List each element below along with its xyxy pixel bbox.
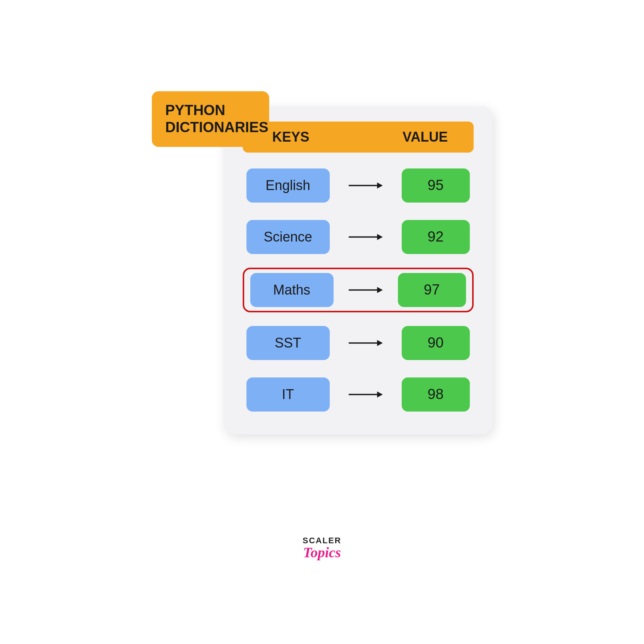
svg-marker-7 <box>377 340 383 346</box>
key-science: Science <box>246 220 330 254</box>
value-it: 98 <box>402 377 470 412</box>
table-header: KEYS VALUE <box>243 122 474 153</box>
title-text: PYTHON DICTIONARIES <box>165 102 256 136</box>
table-row: Science 92 <box>243 216 474 258</box>
arrow-sst <box>330 337 402 349</box>
value-sst: 90 <box>402 326 470 360</box>
key-sst: SST <box>246 326 330 360</box>
arrow-science <box>330 231 402 243</box>
arrow-icon <box>347 180 385 191</box>
table-row: English 95 <box>243 165 474 206</box>
svg-marker-3 <box>377 234 383 240</box>
key-maths: Maths <box>250 273 334 307</box>
arrow-icon <box>347 389 385 400</box>
arrow-maths <box>334 284 398 296</box>
branding-topics-text: Topics <box>303 544 341 561</box>
table-row-highlighted: Maths 97 <box>243 268 474 312</box>
title-badge: PYTHON DICTIONARIES <box>152 91 269 147</box>
title-line1: PYTHON <box>165 102 225 118</box>
key-english: English <box>246 168 330 203</box>
arrow-icon <box>347 337 385 349</box>
svg-marker-1 <box>377 182 383 189</box>
main-container: PYTHON DICTIONARIES KEYS VALUE English 9… <box>152 76 493 568</box>
arrow-english <box>330 180 402 191</box>
value-science: 92 <box>402 220 470 254</box>
table-row: SST 90 <box>243 322 474 364</box>
value-english: 95 <box>402 168 470 203</box>
value-maths: 97 <box>398 273 466 307</box>
key-it: IT <box>246 377 330 412</box>
arrow-icon <box>347 231 385 243</box>
arrow-icon <box>347 284 385 296</box>
arrow-it <box>330 389 402 400</box>
svg-marker-9 <box>377 391 383 398</box>
dictionary-card: KEYS VALUE English 95 Science <box>224 106 493 434</box>
svg-marker-5 <box>377 287 383 293</box>
value-header-label: VALUE <box>388 129 462 145</box>
branding: SCALER Topics <box>303 536 341 561</box>
title-line2: DICTIONARIES <box>165 119 268 135</box>
table-row: IT 98 <box>243 374 474 415</box>
